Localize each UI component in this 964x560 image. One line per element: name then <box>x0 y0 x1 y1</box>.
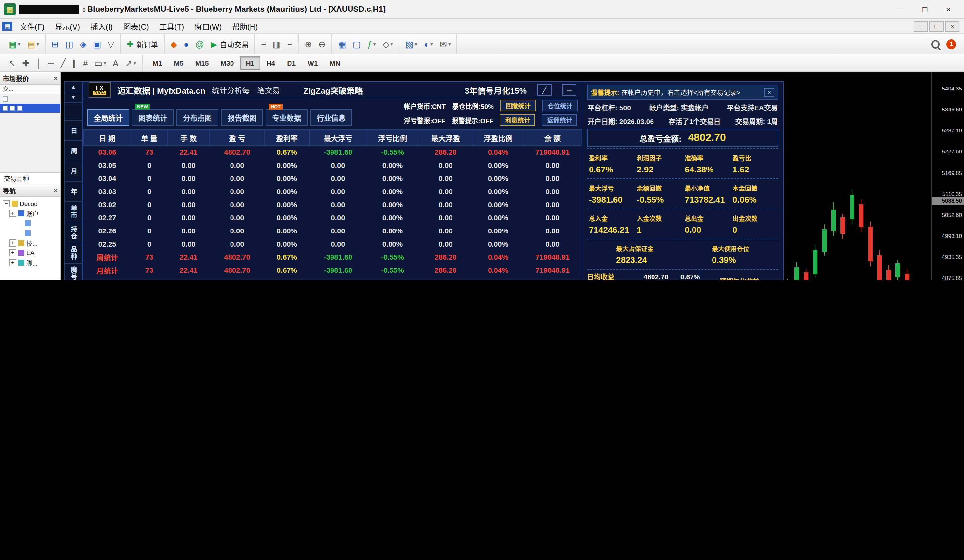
tree-item[interactable]: + 脚... <box>0 258 60 267</box>
indicators-button[interactable]: ƒ▾ <box>365 38 379 49</box>
scroll-down-icon[interactable]: ▼ <box>65 93 82 103</box>
expand-icon[interactable]: + <box>9 249 16 256</box>
line-chart-button[interactable]: ~ <box>285 38 295 49</box>
rebate-stats-button[interactable]: 返佣统计 <box>542 114 577 126</box>
restore-button[interactable]: □ <box>913 1 936 17</box>
menu-item[interactable]: 图表(C) <box>118 19 154 33</box>
child-minimize-button[interactable]: – <box>914 21 928 32</box>
price-axis[interactable]: 5404.355346.605287.105227.605169.855110.… <box>931 72 964 280</box>
shapes-tool[interactable]: ▭▾ <box>91 57 109 68</box>
channel-tool[interactable]: ∥ <box>70 57 79 68</box>
trendline-tool[interactable]: ╱ <box>58 57 68 68</box>
community-button[interactable]: ● <box>181 38 192 49</box>
tree-item[interactable]: + 技... <box>0 238 60 248</box>
close-icon[interactable]: × <box>54 187 58 194</box>
mql5-button[interactable]: ◆ <box>168 38 180 49</box>
swap-stats-button[interactable]: 利息统计 <box>500 114 536 126</box>
expand-icon[interactable]: + <box>9 239 16 247</box>
text-tool[interactable]: A <box>110 57 121 68</box>
market-watch-tab-symbols[interactable]: 交易品种 <box>0 173 60 184</box>
timeframe-m1[interactable]: M1 <box>147 56 168 70</box>
panel-side-tab[interactable]: 周 <box>65 141 82 161</box>
timeframe-w1[interactable]: W1 <box>302 56 324 70</box>
search-icon[interactable] <box>931 40 940 48</box>
cursor-tool[interactable]: ↖ <box>6 57 18 68</box>
draw-mode-button[interactable]: ╱ <box>537 84 552 96</box>
arrows-tool[interactable]: ↗▾ <box>122 57 139 68</box>
minimize-button[interactable]: – <box>889 1 913 17</box>
candle-chart-button[interactable]: ▥ <box>270 38 283 49</box>
zoom-out-button[interactable]: ⊖ <box>316 38 328 49</box>
panel-side-tab[interactable]: 持仓 <box>65 223 82 243</box>
timeframe-h4[interactable]: H4 <box>261 56 281 70</box>
menu-item[interactable]: 插入(I) <box>85 19 118 33</box>
drawdown-stats-button[interactable]: 回撤统计 <box>500 100 536 111</box>
position-stats-button[interactable]: 仓位统计 <box>542 100 578 111</box>
market-watch-button[interactable]: ⊞ <box>49 38 61 49</box>
menu-item[interactable]: 工具(T) <box>154 19 189 33</box>
tree-item[interactable] <box>0 218 60 228</box>
templates-dropdown[interactable]: ▧▾ <box>403 38 420 49</box>
vertical-line-tool[interactable]: │ <box>33 57 44 68</box>
tree-item[interactable]: − Decod <box>0 199 60 208</box>
expand-icon[interactable]: − <box>3 200 10 207</box>
panel-side-tab[interactable]: 魔号 <box>65 263 82 280</box>
panel-side-tab[interactable]: 月 <box>65 161 82 182</box>
objects-button[interactable]: ◇▾ <box>380 38 396 49</box>
menu-item[interactable]: 帮助(H) <box>227 19 263 33</box>
stat-cell: 总入金714246.21 <box>587 211 635 236</box>
panel-tab[interactable]: 分布点图 <box>176 109 218 126</box>
web-button[interactable]: @ <box>193 38 207 49</box>
panel-tab[interactable]: 行业信息 <box>310 109 352 126</box>
child-close-button[interactable]: × <box>945 21 959 32</box>
mail-dropdown[interactable]: ✉▾ <box>437 38 453 49</box>
close-icon[interactable]: × <box>764 88 775 97</box>
close-icon[interactable]: × <box>54 75 58 81</box>
auto-trading-button[interactable]: ▶自动交易 <box>208 37 251 50</box>
tree-item[interactable]: + EA <box>0 248 60 258</box>
tree-item[interactable]: + 账户 <box>0 208 60 218</box>
panel-side-tab[interactable]: 年 <box>65 182 82 202</box>
new-order-button[interactable]: ✚新订单 <box>124 37 161 50</box>
tile-windows-button[interactable]: ▦ <box>335 38 349 49</box>
bar-chart-button[interactable]: ≡ <box>258 38 269 49</box>
period-dropdown[interactable]: ◐▾ <box>421 38 436 49</box>
timeframe-m15[interactable]: M15 <box>189 56 215 70</box>
navigator-button[interactable]: ◈ <box>77 38 89 49</box>
panel-side-tab[interactable]: 日 <box>65 120 82 141</box>
strategy-tester-button[interactable]: ▽ <box>105 38 117 49</box>
menu-item[interactable]: 显示(V) <box>49 19 85 33</box>
close-button[interactable]: × <box>936 1 960 17</box>
panel-tab[interactable]: 全局统计 <box>87 109 129 126</box>
panel-tab[interactable]: HOT专业数据 <box>265 109 308 126</box>
profiles-button[interactable]: ▤▾ <box>24 38 42 49</box>
scroll-up-icon[interactable]: ▲ <box>65 82 82 93</box>
timeframe-mn[interactable]: MN <box>324 56 347 70</box>
timeframe-m30[interactable]: M30 <box>215 56 240 70</box>
panel-tab[interactable]: 报告截图 <box>221 109 263 126</box>
panel-tab[interactable]: NEW图表统计 <box>132 109 174 126</box>
notification-badge[interactable]: 1 <box>946 39 956 49</box>
child-restore-button[interactable]: □ <box>929 21 944 32</box>
fibonacci-tool[interactable]: # <box>80 57 90 68</box>
minimize-panel-button[interactable]: ─ <box>562 84 576 96</box>
timeframe-d1[interactable]: D1 <box>281 56 302 70</box>
crosshair-tool[interactable]: ✚ <box>20 57 32 68</box>
menu-item[interactable]: 窗口(W) <box>189 19 227 33</box>
panel-side-tab[interactable]: 单币 <box>65 202 82 223</box>
symbol-row[interactable] <box>0 94 60 104</box>
terminal-button[interactable]: ▣ <box>91 38 104 49</box>
zoom-in-button[interactable]: ⊕ <box>302 38 314 49</box>
timeframe-h1[interactable]: H1 <box>240 56 261 70</box>
tree-item[interactable] <box>0 228 60 238</box>
panel-side-tab[interactable]: 品种 <box>65 243 82 263</box>
menu-item[interactable]: 文件(F) <box>15 19 49 33</box>
symbol-row-selected[interactable] <box>0 104 60 113</box>
new-chart-button[interactable]: ▦▾ <box>6 38 23 49</box>
horizontal-line-tool[interactable]: ─ <box>45 57 56 68</box>
timeframe-m5[interactable]: M5 <box>168 56 189 70</box>
expand-icon[interactable]: + <box>9 210 16 217</box>
data-window-button[interactable]: ◫ <box>63 38 76 49</box>
cascade-windows-button[interactable]: ▢ <box>350 38 363 49</box>
expand-icon[interactable]: + <box>9 259 16 266</box>
